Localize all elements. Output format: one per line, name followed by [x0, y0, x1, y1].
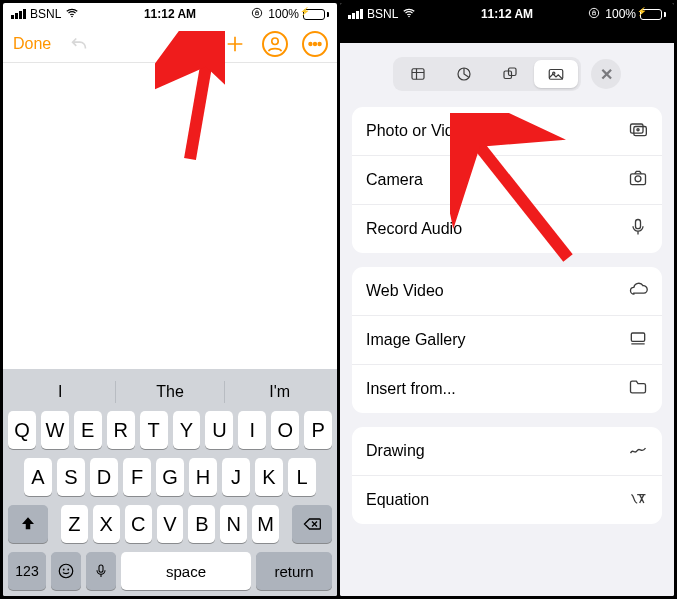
svg-point-8: [67, 569, 69, 571]
key-w[interactable]: W: [41, 411, 69, 449]
key-row-1: Q W E R T Y U I O P: [6, 411, 334, 449]
signal-icon: [11, 9, 26, 19]
key-j[interactable]: J: [222, 458, 250, 496]
shapes-tab-icon[interactable]: [488, 60, 532, 88]
drawing-row[interactable]: Drawing: [352, 427, 662, 475]
key-d[interactable]: D: [90, 458, 118, 496]
key-q[interactable]: Q: [8, 411, 36, 449]
add-button[interactable]: [223, 32, 247, 56]
clock: 11:12 AM: [144, 7, 196, 21]
row-label: Equation: [366, 491, 429, 509]
key-k[interactable]: K: [255, 458, 283, 496]
return-key[interactable]: return: [256, 552, 332, 590]
svg-point-7: [63, 569, 65, 571]
cloud-icon: [628, 279, 648, 303]
insert-from-row[interactable]: Insert from...: [352, 364, 662, 413]
undo-button[interactable]: [67, 32, 91, 56]
svg-point-2: [272, 38, 278, 44]
key-l[interactable]: L: [288, 458, 316, 496]
key-z[interactable]: Z: [61, 505, 88, 543]
scribble-icon: [628, 439, 648, 463]
signal-icon: [348, 9, 363, 19]
charts-tab-icon[interactable]: [442, 60, 486, 88]
photo-or-video-row[interactable]: Photo or Video: [352, 107, 662, 155]
key-r[interactable]: R: [107, 411, 135, 449]
key-h[interactable]: H: [189, 458, 217, 496]
svg-rect-9: [99, 565, 103, 572]
key-e[interactable]: E: [74, 411, 102, 449]
note-toolbar: Done: [3, 25, 337, 63]
close-button[interactable]: ✕: [591, 59, 621, 89]
emoji-key[interactable]: [51, 552, 81, 590]
key-m[interactable]: M: [252, 505, 279, 543]
media-group-2: Web Video Image Gallery Insert from...: [352, 267, 662, 413]
key-v[interactable]: V: [157, 505, 184, 543]
equation-icon: [628, 488, 648, 512]
key-p[interactable]: P: [304, 411, 332, 449]
svg-rect-23: [636, 220, 641, 229]
dictation-key[interactable]: [86, 552, 116, 590]
row-label: Record Audio: [366, 220, 462, 238]
web-video-row[interactable]: Web Video: [352, 267, 662, 315]
equation-row[interactable]: Equation: [352, 475, 662, 524]
media-group-3: Drawing Equation: [352, 427, 662, 524]
camera-row[interactable]: Camera: [352, 155, 662, 204]
note-body[interactable]: [3, 63, 337, 369]
svg-point-6: [59, 564, 73, 578]
suggestion-2[interactable]: The: [116, 383, 225, 401]
key-g[interactable]: G: [156, 458, 184, 496]
svg-point-3: [309, 42, 312, 45]
key-b[interactable]: B: [188, 505, 215, 543]
profile-button[interactable]: [263, 32, 287, 56]
style-button[interactable]: [183, 32, 207, 56]
battery-percent: 100%: [268, 7, 299, 21]
key-t[interactable]: T: [140, 411, 168, 449]
key-x[interactable]: X: [93, 505, 120, 543]
media-group-1: Photo or Video Camera Record Audio: [352, 107, 662, 253]
more-button[interactable]: [303, 32, 327, 56]
media-tab-icon[interactable]: [534, 60, 578, 88]
tables-tab-icon[interactable]: [396, 60, 440, 88]
key-o[interactable]: O: [271, 411, 299, 449]
suggestion-bar: I The I'm: [6, 373, 334, 411]
record-audio-row[interactable]: Record Audio: [352, 204, 662, 253]
battery-icon: ⚡: [303, 9, 329, 20]
key-c[interactable]: C: [125, 505, 152, 543]
svg-point-4: [314, 42, 317, 45]
svg-point-11: [590, 8, 599, 17]
svg-point-22: [635, 176, 641, 182]
key-y[interactable]: Y: [173, 411, 201, 449]
category-segmented[interactable]: [393, 57, 581, 91]
svg-rect-12: [412, 69, 424, 80]
folder-icon: [628, 377, 648, 401]
key-s[interactable]: S: [57, 458, 85, 496]
wifi-icon: [65, 6, 79, 23]
suggestion-1[interactable]: I: [6, 383, 115, 401]
svg-point-5: [318, 42, 321, 45]
key-f[interactable]: F: [123, 458, 151, 496]
done-button[interactable]: Done: [13, 35, 51, 53]
suggestion-3[interactable]: I'm: [225, 383, 334, 401]
orientation-lock-icon: [587, 6, 601, 23]
battery-icon: ⚡: [640, 9, 666, 20]
mic-icon: [628, 217, 648, 241]
shift-key[interactable]: [8, 505, 48, 543]
backspace-key[interactable]: [292, 505, 332, 543]
image-gallery-row[interactable]: Image Gallery: [352, 315, 662, 364]
svg-rect-18: [631, 124, 644, 133]
svg-rect-15: [509, 68, 517, 76]
key-n[interactable]: N: [220, 505, 247, 543]
svg-point-20: [637, 129, 639, 131]
key-a[interactable]: A: [24, 458, 52, 496]
right-phone: BSNL 11:12 AM 100% ⚡: [340, 3, 674, 596]
orientation-lock-icon: [250, 6, 264, 23]
carrier-label: BSNL: [30, 7, 61, 21]
row-label: Drawing: [366, 442, 425, 460]
row-label: Image Gallery: [366, 331, 466, 349]
numbers-key[interactable]: 123: [8, 552, 46, 590]
space-key[interactable]: space: [121, 552, 251, 590]
wifi-icon: [402, 6, 416, 23]
key-row-3: Z X C V B N M: [6, 505, 334, 543]
key-u[interactable]: U: [205, 411, 233, 449]
key-i[interactable]: I: [238, 411, 266, 449]
